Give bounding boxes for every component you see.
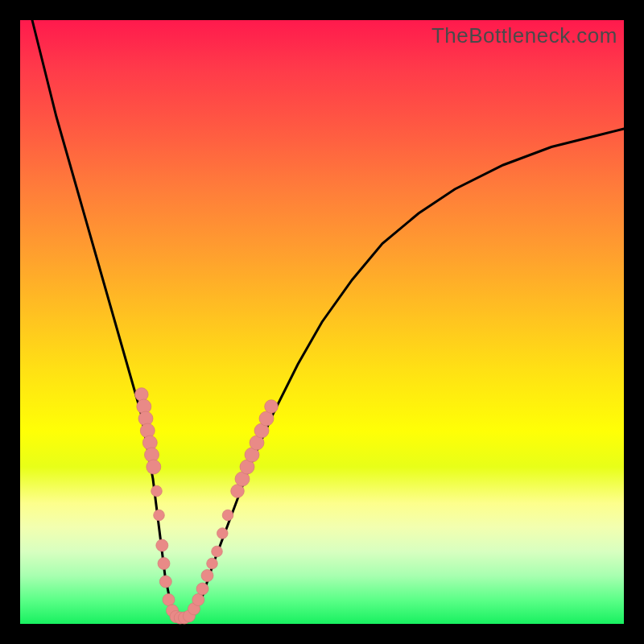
bottleneck-curve bbox=[32, 20, 624, 618]
bead bbox=[147, 460, 161, 474]
bead bbox=[154, 510, 165, 521]
bead bbox=[222, 510, 233, 521]
bead bbox=[212, 546, 223, 557]
bead bbox=[196, 583, 208, 595]
bead bbox=[159, 576, 171, 588]
bead bbox=[192, 594, 204, 606]
chart-frame: TheBottleneck.com bbox=[0, 0, 644, 644]
beads-right bbox=[184, 400, 279, 622]
bead bbox=[259, 411, 274, 426]
plot-area: TheBottleneck.com bbox=[20, 20, 624, 624]
bead bbox=[265, 400, 279, 414]
bead bbox=[158, 558, 170, 570]
beads-left bbox=[135, 388, 191, 624]
bead bbox=[135, 388, 149, 402]
bead bbox=[201, 570, 213, 582]
bead bbox=[156, 539, 168, 551]
bead bbox=[163, 594, 175, 606]
bead bbox=[151, 485, 163, 497]
chart-svg bbox=[20, 20, 624, 624]
bead bbox=[217, 528, 229, 539]
bead bbox=[207, 558, 218, 569]
